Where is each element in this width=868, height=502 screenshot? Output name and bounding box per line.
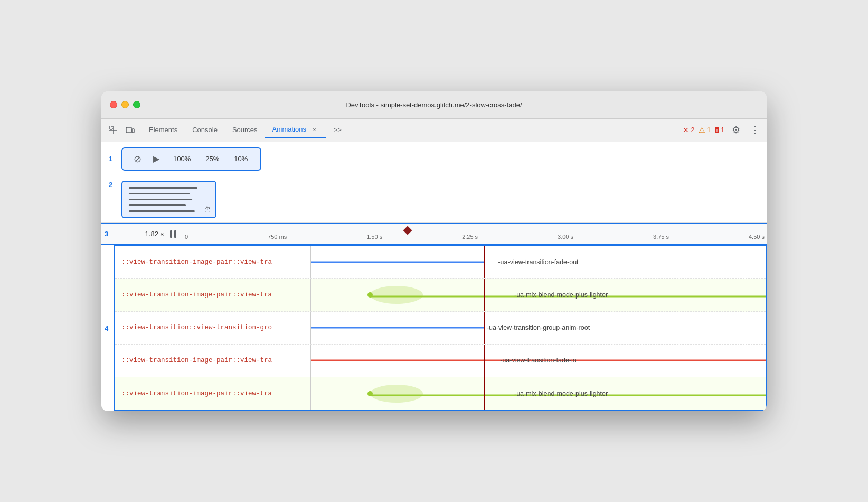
ruler-label-375: 3.75 s bbox=[653, 234, 669, 240]
playhead-line-2 bbox=[484, 279, 485, 311]
ruler-label-300: 3.00 s bbox=[558, 234, 573, 240]
titlebar: DevTools - simple-set-demos.glitch.me/2-… bbox=[101, 91, 767, 119]
clear-animations-button[interactable]: ⊘ bbox=[130, 152, 145, 166]
traffic-lights bbox=[110, 101, 140, 108]
animation-dot-5 bbox=[367, 391, 373, 396]
animation-track-1[interactable]: -ua-view-transition-fade-out bbox=[310, 246, 766, 278]
maximize-button[interactable] bbox=[133, 101, 140, 108]
animation-dot-2 bbox=[367, 292, 373, 298]
animations-list: ::view-transition-image-pair::view-tra -… bbox=[114, 245, 767, 411]
tab-animations[interactable]: Animations × bbox=[265, 122, 326, 138]
pause-bar-right bbox=[174, 230, 176, 238]
current-time-display: 1.82 s bbox=[101, 230, 170, 238]
anim-line-4 bbox=[129, 204, 186, 206]
animation-name-5: -ua-mix-blend-mode-plus-lighter bbox=[514, 390, 608, 397]
ruler[interactable]: 0 750 ms 1.50 s 2.25 s 3.00 s 3.75 s 4.5… bbox=[183, 224, 767, 244]
device-toolbar-icon[interactable] bbox=[122, 123, 137, 137]
section-2-row: 2 ⏱ bbox=[101, 176, 767, 223]
playhead-line-5 bbox=[484, 377, 485, 410]
window-title: DevTools - simple-set-demos.glitch.me/2-… bbox=[346, 101, 522, 109]
animation-track-2[interactable]: -ua-mix-blend-mode-plus-lighter bbox=[310, 279, 766, 311]
ruler-label-225: 2.25 s bbox=[462, 234, 478, 240]
warning-count[interactable]: ⚠ 1 bbox=[699, 126, 711, 134]
minimize-button[interactable] bbox=[121, 101, 129, 108]
speed-100-button[interactable]: 100% bbox=[168, 153, 196, 165]
animation-track-4[interactable]: -ua-view-transition-fade-in bbox=[310, 345, 766, 377]
inspect-element-icon[interactable] bbox=[106, 123, 120, 137]
playhead-line-3 bbox=[484, 312, 485, 344]
section-3-row: 3 1.82 s 0 750 ms 1.50 s 2.25 s 3.00 s 3… bbox=[101, 223, 767, 245]
info-count[interactable]: i 1 bbox=[715, 126, 724, 134]
animation-name-4: -ua-view-transition-fade-in bbox=[500, 357, 577, 364]
play-button[interactable]: ▶ bbox=[149, 152, 164, 166]
animation-group-card[interactable]: ⏱ bbox=[121, 181, 216, 218]
close-button[interactable] bbox=[110, 101, 117, 108]
section-4-label: 4 bbox=[105, 324, 108, 332]
tab-sources[interactable]: Sources bbox=[225, 123, 265, 138]
table-row: ::view-transition-image-pair::view-tra -… bbox=[115, 345, 766, 377]
selector-label-2: ::view-transition-image-pair::view-tra bbox=[115, 291, 310, 299]
tab-list: Elements Console Sources Animations × >> bbox=[141, 122, 681, 138]
svg-rect-4 bbox=[132, 129, 134, 133]
section-2-label: 2 bbox=[109, 181, 112, 189]
selector-label-5: ::view-transition-image-pair::view-tra bbox=[115, 390, 310, 397]
ruler-label-750: 750 ms bbox=[268, 234, 287, 240]
pause-bar-left bbox=[170, 230, 172, 238]
table-row: ::view-transition-image-pair::view-tra -… bbox=[115, 377, 766, 410]
devtools-toolbar: Elements Console Sources Animations × >>… bbox=[101, 119, 767, 142]
animation-track-5[interactable]: -ua-mix-blend-mode-plus-lighter bbox=[310, 377, 766, 410]
devtools-window: DevTools - simple-set-demos.glitch.me/2-… bbox=[101, 91, 767, 411]
animation-track-3[interactable]: -ua-view-transition-group-anim-root bbox=[310, 312, 766, 344]
animation-bar-blue-3 bbox=[311, 327, 484, 329]
playhead-marker bbox=[403, 226, 412, 235]
playhead-diamond bbox=[404, 227, 411, 234]
selector-label-3: ::view-transition::view-transition-gro bbox=[115, 324, 310, 331]
table-row: ::view-transition::view-transition-gro -… bbox=[115, 312, 766, 345]
error-count[interactable]: ✕ 2 bbox=[683, 126, 694, 134]
ruler-label-450: 4.50 s bbox=[749, 234, 765, 240]
section-1-row: 1 ⊘ ▶ 100% 25% 10% bbox=[101, 142, 767, 176]
animations-panel: 1 ⊘ ▶ 100% 25% 10% 2 ⏱ 3 bbox=[101, 142, 767, 411]
animation-name-3: -ua-view-transition-group-anim-root bbox=[487, 324, 590, 331]
table-row: ::view-transition-image-pair::view-tra -… bbox=[115, 279, 766, 312]
selector-label-1: ::view-transition-image-pair::view-tra bbox=[115, 258, 310, 266]
animation-name-1: -ua-view-transition-fade-out bbox=[498, 258, 578, 266]
tab-console[interactable]: Console bbox=[185, 123, 225, 138]
animation-blob-5 bbox=[370, 385, 423, 403]
ruler-label-0: 0 bbox=[185, 234, 188, 240]
close-tab-icon[interactable]: × bbox=[310, 125, 319, 134]
ruler-labels: 0 750 ms 1.50 s 2.25 s 3.00 s 3.75 s 4.5… bbox=[183, 234, 767, 240]
speed-10-button[interactable]: 10% bbox=[229, 153, 253, 165]
table-row: ::view-transition-image-pair::view-tra -… bbox=[115, 246, 766, 279]
animation-controls: ⊘ ▶ 100% 25% 10% bbox=[121, 147, 261, 171]
more-tabs[interactable]: >> bbox=[326, 123, 349, 138]
selector-label-4: ::view-transition-image-pair::view-tra bbox=[115, 357, 310, 364]
animation-name-2: -ua-mix-blend-mode-plus-lighter bbox=[514, 291, 608, 299]
anim-line-5 bbox=[129, 210, 195, 212]
section-3-label: 3 bbox=[105, 230, 108, 238]
more-options-icon[interactable]: ⋮ bbox=[748, 123, 762, 137]
speed-25-button[interactable]: 25% bbox=[200, 153, 224, 165]
anim-line-1 bbox=[129, 187, 197, 189]
animation-blob-2 bbox=[370, 286, 423, 304]
section-1-label: 1 bbox=[109, 155, 112, 163]
animation-bar-blue-1 bbox=[311, 262, 484, 263]
anim-line-2 bbox=[129, 193, 190, 194]
toolbar-right: ✕ 2 ⚠ 1 i 1 ⚙ ⋮ bbox=[683, 123, 762, 137]
anim-line-3 bbox=[129, 199, 192, 200]
clock-icon: ⏱ bbox=[204, 206, 211, 214]
ruler-label-150: 1.50 s bbox=[366, 234, 382, 240]
playhead-line-1 bbox=[484, 246, 485, 278]
tab-elements[interactable]: Elements bbox=[141, 123, 185, 138]
svg-rect-3 bbox=[126, 127, 131, 133]
section-4-container: 4 ::view-transition-image-pair::view-tra… bbox=[101, 245, 767, 411]
pause-button[interactable] bbox=[170, 230, 176, 238]
settings-icon[interactable]: ⚙ bbox=[729, 123, 743, 137]
playhead-line-4 bbox=[484, 345, 485, 377]
svg-rect-0 bbox=[109, 126, 112, 129]
